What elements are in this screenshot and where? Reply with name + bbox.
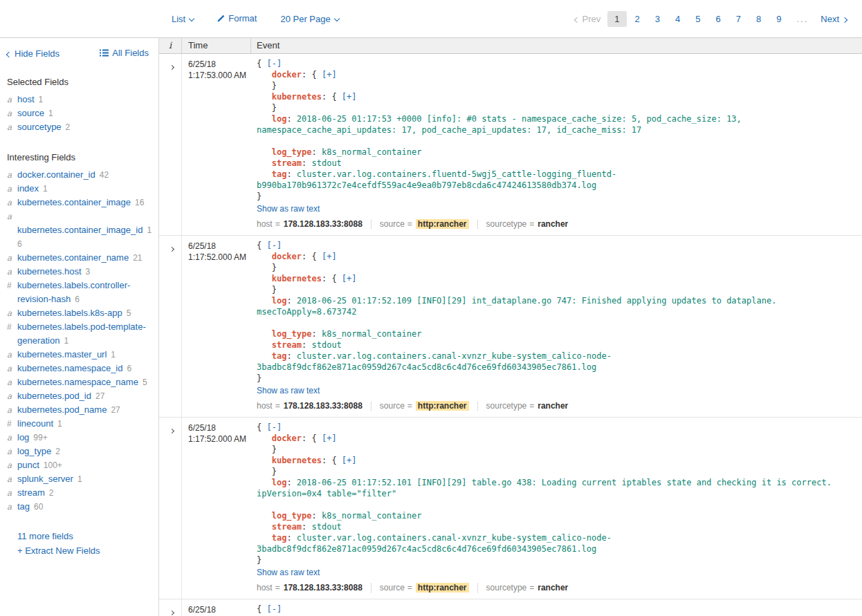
event-time[interactable]: 6/25/181:17:53.000 AM (182, 54, 251, 235)
all-fields-button[interactable]: All Fields (100, 48, 149, 59)
expand-event-icon[interactable] (169, 65, 174, 70)
expand-event-icon[interactable] (169, 610, 174, 615)
field-name-link[interactable]: punct (17, 460, 39, 470)
event-field-source-value[interactable]: http:rancher (416, 401, 469, 411)
json-value-tag[interactable]: cluster.var.log.containers.canal-xvnzr_k… (257, 351, 612, 372)
page-number-link[interactable]: 1 (607, 11, 626, 27)
json-value-log-type[interactable]: k8s_normal_container (322, 147, 422, 157)
json-value-tag[interactable]: cluster.var.log.containers.canal-xvnzr_k… (257, 533, 612, 554)
expand-event-icon[interactable] (169, 247, 174, 252)
format-button[interactable]: Format (217, 13, 257, 24)
expand-kubernetes-link[interactable]: [+] (342, 456, 357, 465)
expand-docker-link[interactable]: [+] (322, 252, 337, 261)
event-date: 6/25/18 (188, 604, 251, 615)
field-name-link[interactable]: source (17, 108, 44, 118)
page-number-link[interactable]: 8 (749, 11, 768, 27)
event-field-host[interactable]: host=178.128.183.33:8088 (257, 219, 363, 229)
event-field-host-value[interactable]: 178.128.183.33:8088 (284, 219, 363, 229)
field-name-link[interactable]: kubernetes.pod_id (17, 391, 91, 401)
field-name-link[interactable]: kubernetes.pod_name (17, 404, 107, 415)
field-name-link[interactable]: docker.container_id (17, 169, 95, 180)
event-time[interactable]: 6/25/181:17:52.000 AM (182, 236, 251, 417)
field-name-link[interactable]: kubernetes.container_image (17, 197, 131, 207)
field-name-link[interactable]: kubernetes.container_image_id (17, 225, 143, 235)
event-field-sourcetype-value[interactable]: rancher (538, 219, 568, 229)
field-name-link[interactable]: linecount (17, 418, 53, 429)
collapse-json-link[interactable]: [-] (266, 604, 282, 614)
page-number-link[interactable]: 2 (628, 11, 647, 27)
json-value-log[interactable]: 2018-06-25 01:17:53 +0000 [info]: #0 sta… (257, 114, 746, 135)
field-count: 27 (95, 391, 104, 401)
time-column-header: Time (182, 38, 251, 53)
json-value-log-type[interactable]: k8s_normal_container (322, 329, 422, 339)
page-number-link[interactable]: 9 (769, 11, 788, 27)
event-time[interactable]: 6/25/181:17:52.000 AM (182, 599, 251, 616)
field-name-link[interactable]: sourcetype (17, 122, 62, 132)
event-field-sourcetype[interactable]: sourcetype=rancher (486, 401, 569, 411)
field-name-link[interactable]: stream (17, 487, 45, 498)
page-number-link[interactable]: 3 (648, 11, 667, 27)
collapse-json-link[interactable]: [-] (266, 59, 282, 68)
event-field-sourcetype-value[interactable]: rancher (538, 583, 568, 592)
more-fields-link[interactable]: 11 more fields (17, 529, 154, 543)
field-name-link[interactable]: kubernetes.labels.pod-template-generatio… (17, 321, 146, 346)
expand-kubernetes-link[interactable]: [+] (342, 92, 357, 102)
show-raw-text-link[interactable]: Show as raw text (257, 386, 320, 395)
event-time[interactable]: 6/25/181:17:52.000 AM (182, 418, 251, 599)
event-field-source-value[interactable]: http:rancher (416, 583, 469, 592)
field-name-link[interactable]: kubernetes.labels.controller-revision-ha… (17, 280, 130, 304)
page-number-link[interactable]: 4 (668, 11, 687, 27)
collapse-json-link[interactable]: [-] (266, 241, 282, 250)
json-value-log-type[interactable]: k8s_normal_container (322, 511, 422, 521)
field-item: akubernetes.container_image_id16 (7, 209, 154, 251)
field-name-link[interactable]: kubernetes.labels.k8s-app (17, 308, 122, 318)
field-name-link[interactable]: log_type (17, 446, 51, 456)
expand-docker-link[interactable]: [+] (322, 70, 337, 80)
field-type: # (7, 417, 17, 431)
event-field-source[interactable]: source=http:rancher (380, 583, 469, 592)
field-name-link[interactable]: kubernetes.namespace_name (17, 377, 138, 387)
json-value-stream[interactable]: stdout (312, 158, 342, 168)
page-number-link[interactable]: 7 (729, 11, 748, 27)
chevron-down-icon (333, 15, 339, 21)
collapse-json-link[interactable]: [-] (266, 422, 282, 432)
json-value-stream[interactable]: stdout (312, 522, 342, 532)
field-name-link[interactable]: index (17, 183, 39, 194)
field-count: 100+ (44, 460, 62, 470)
json-value-log[interactable]: 2018-06-25 01:17:52.109 [INFO][29] int_d… (257, 296, 782, 317)
per-page-dropdown[interactable]: 20 Per Page (280, 14, 338, 24)
expand-event-icon[interactable] (169, 429, 174, 433)
json-value-tag[interactable]: cluster.var.log.containers.fluentd-5wgj5… (257, 169, 616, 190)
hide-fields-button[interactable]: Hide Fields (7, 48, 59, 59)
event-field-host-value[interactable]: 178.128.183.33:8088 (284, 401, 363, 411)
event-field-source[interactable]: source=http:rancher (380, 219, 469, 229)
field-name-link[interactable]: kubernetes.host (17, 266, 82, 277)
show-raw-text-link[interactable]: Show as raw text (257, 204, 320, 214)
field-name-link[interactable]: kubernetes.master_url (17, 349, 107, 360)
expand-docker-link[interactable]: [+] (322, 433, 337, 443)
next-page-button[interactable]: Next (820, 14, 847, 24)
extract-new-fields-link[interactable]: + Extract New Fields (17, 543, 154, 558)
field-name-link[interactable]: host (17, 94, 35, 104)
event-field-source-value[interactable]: http:rancher (416, 219, 469, 229)
event-field-host[interactable]: host=178.128.183.33:8088 (257, 583, 363, 592)
json-value-log[interactable]: 2018-06-25 01:17:52.101 [INFO][29] table… (257, 478, 836, 498)
field-name-link[interactable]: kubernetes.container_name (17, 252, 129, 263)
field-name-link[interactable]: kubernetes.namespace_id (17, 363, 123, 373)
event-field-host-value[interactable]: 178.128.183.33:8088 (284, 583, 363, 592)
field-name-link[interactable]: splunk_server (17, 474, 73, 484)
expand-kubernetes-link[interactable]: [+] (342, 274, 357, 283)
page-number-link[interactable]: 5 (688, 11, 707, 27)
field-name-link[interactable]: tag (17, 501, 30, 512)
list-view-dropdown[interactable]: List (172, 14, 194, 24)
field-name-link[interactable]: log (17, 432, 29, 442)
event-field-sourcetype[interactable]: sourcetype=rancher (486, 583, 569, 592)
event-field-source[interactable]: source=http:rancher (380, 401, 469, 411)
page-number-link[interactable]: 6 (708, 11, 727, 27)
event-field-sourcetype[interactable]: sourcetype=rancher (486, 219, 569, 229)
event-field-host[interactable]: host=178.128.183.33:8088 (257, 401, 363, 411)
show-raw-text-link[interactable]: Show as raw text (257, 568, 320, 577)
json-open-brace: { (257, 59, 266, 68)
json-value-stream[interactable]: stdout (312, 340, 342, 350)
event-field-sourcetype-value[interactable]: rancher (538, 401, 568, 411)
